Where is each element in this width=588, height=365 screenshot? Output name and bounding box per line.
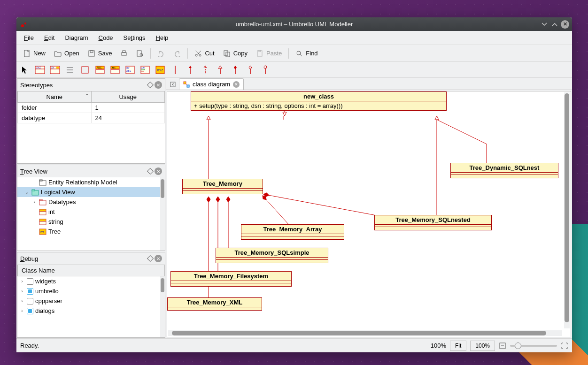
uml-class-tree-memory-sqlsimple[interactable]: Tree_Memory_SQLsimple — [216, 248, 328, 263]
checkbox[interactable] — [27, 308, 33, 314]
list-item[interactable]: ›dialogs — [17, 306, 165, 316]
paste-button[interactable]: Paste — [252, 48, 286, 59]
svg-point-10 — [199, 54, 201, 56]
redo-button[interactable] — [170, 48, 185, 59]
chevron-right-icon[interactable]: › — [31, 199, 37, 205]
composition-tool[interactable] — [230, 64, 241, 76]
svg-point-0 — [21, 24, 24, 27]
save-button[interactable]: Save — [84, 48, 116, 59]
directional-tool[interactable] — [185, 64, 196, 76]
fit-button[interactable]: Fit — [450, 341, 466, 351]
stereotypes-header[interactable]: Stereotypes ✕ — [17, 79, 165, 91]
table-row[interactable]: datatype24 — [18, 113, 165, 123]
new-button[interactable]: New — [19, 48, 49, 59]
titlebar[interactable]: umbrello-uml.xmi – Umbrello UML Modeller… — [16, 17, 572, 31]
close-icon[interactable]: ✕ — [155, 167, 162, 175]
menu-edit[interactable]: Edit — [39, 32, 59, 43]
float-icon[interactable] — [147, 82, 154, 88]
svg-rect-57 — [39, 209, 46, 212]
zoom-slider[interactable] — [510, 345, 557, 347]
note-tool[interactable]: XYABC — [124, 64, 136, 76]
uml-class-tree-memory-filesystem[interactable]: Tree_Memory_Filesystem — [170, 271, 292, 287]
print-preview-button[interactable] — [132, 48, 147, 59]
uml-class-new-class[interactable]: new_class + setup(type : string, dsn : s… — [191, 91, 447, 111]
minimize-button[interactable] — [540, 20, 549, 29]
column-usage[interactable]: Usage — [91, 91, 165, 103]
scrollbar[interactable] — [160, 177, 165, 251]
box-tool[interactable]: ABCDEFIJK — [139, 64, 151, 76]
canvas-v-scrollbar[interactable] — [564, 92, 570, 328]
package-tool[interactable]: ABC — [94, 64, 106, 76]
treeview-header[interactable]: Tree View ✕ — [17, 165, 165, 177]
print-button[interactable] — [116, 48, 132, 59]
chevron-down-icon[interactable]: ⌄ — [24, 190, 30, 195]
diagram-canvas[interactable]: new_class + setup(type : string, dsn : s… — [167, 91, 571, 337]
enum-tool[interactable] — [79, 64, 91, 76]
debug-header[interactable]: Debug ✕ — [17, 252, 165, 265]
open-button[interactable]: Open — [50, 48, 83, 59]
float-icon[interactable] — [147, 168, 154, 175]
checkbox[interactable] — [27, 298, 33, 304]
checkbox[interactable] — [27, 288, 33, 295]
canvas-h-scrollbar[interactable] — [168, 330, 562, 336]
tree-item[interactable]: string — [17, 217, 165, 227]
fullscreen-icon[interactable] — [561, 342, 568, 350]
tree-item[interactable]: ›Datatypes — [17, 197, 165, 207]
zoom-100-button[interactable]: 100% — [470, 341, 495, 351]
interface-tool[interactable]: XY — [49, 64, 61, 76]
svg-rect-6 — [123, 51, 125, 53]
svg-rect-2 — [24, 50, 29, 57]
checkbox[interactable] — [27, 278, 33, 285]
tree-item[interactable]: Entity Relationship Model — [17, 177, 165, 187]
uml-class-tree-dynamic-sqlnest[interactable]: Tree_Dynamic_SQLnest — [450, 163, 558, 178]
column-classname[interactable]: Class Name — [18, 265, 165, 276]
new-tab-button[interactable] — [168, 79, 178, 90]
close-icon[interactable]: ✕ — [155, 81, 162, 89]
menu-diagram[interactable]: Diagram — [60, 32, 93, 43]
menu-file[interactable]: File — [19, 32, 39, 43]
tree-item[interactable]: int — [17, 207, 165, 217]
document-icon — [23, 50, 31, 57]
entity-tool[interactable]: ABC — [109, 64, 121, 76]
menu-settings[interactable]: Settings — [119, 32, 150, 43]
svg-rect-65 — [187, 85, 189, 87]
debug-panel: Debug ✕ Class Name ›widgets ›umbrello ›c… — [17, 252, 165, 338]
aggregation-tool[interactable] — [245, 64, 256, 76]
close-icon[interactable]: ✕ — [155, 255, 162, 262]
tree-item[interactable]: xyzTree — [17, 227, 165, 236]
text-tool[interactable]: XYZ — [155, 64, 166, 76]
list-item[interactable]: ›cppparser — [17, 296, 165, 306]
maximize-button[interactable] — [550, 20, 559, 29]
containment-tool[interactable] — [260, 64, 271, 76]
tab-class-diagram[interactable]: class diagram ✕ — [179, 78, 244, 90]
find-button[interactable]: Find — [292, 48, 321, 59]
class-tool[interactable]: XYZ — [34, 64, 46, 76]
menu-help[interactable]: Help — [151, 32, 173, 43]
undo-button[interactable] — [154, 48, 169, 59]
zoom-out-icon[interactable] — [499, 342, 506, 350]
select-tool[interactable] — [19, 64, 31, 76]
svg-text:ABC: ABC — [112, 67, 116, 69]
list-item[interactable]: ›widgets — [17, 276, 165, 286]
close-button[interactable]: ✕ — [561, 20, 569, 29]
close-icon[interactable]: ✕ — [233, 81, 240, 88]
uml-class-tree-memory-xml[interactable]: Tree_Memory_XML — [167, 297, 262, 311]
tree-item[interactable]: ⌄Logical View — [17, 187, 165, 197]
generalization-tool[interactable] — [215, 64, 226, 76]
copy-button[interactable]: Copy — [219, 48, 251, 59]
uml-class-tree-memory-sqlnested[interactable]: Tree_Memory_SQLnested — [374, 215, 492, 230]
float-icon[interactable] — [147, 255, 154, 262]
menu-code[interactable]: Code — [94, 32, 118, 43]
dependency-tool[interactable] — [200, 64, 211, 76]
association-tool[interactable] — [170, 64, 181, 76]
uml-class-tree-memory-array[interactable]: Tree_Memory_Array — [241, 224, 344, 240]
svg-point-15 — [297, 51, 301, 55]
uml-class-tree-memory[interactable]: Tree_Memory — [182, 179, 263, 194]
list-item[interactable]: ›umbrello — [17, 286, 165, 296]
cut-button[interactable]: Cut — [191, 48, 218, 59]
datatype-tool[interactable] — [64, 64, 76, 76]
svg-text:XYZ: XYZ — [157, 68, 163, 72]
column-name[interactable]: Name ˆ — [18, 91, 92, 103]
scrollbar[interactable] — [160, 276, 165, 337]
table-row[interactable]: folder1 — [18, 103, 165, 113]
